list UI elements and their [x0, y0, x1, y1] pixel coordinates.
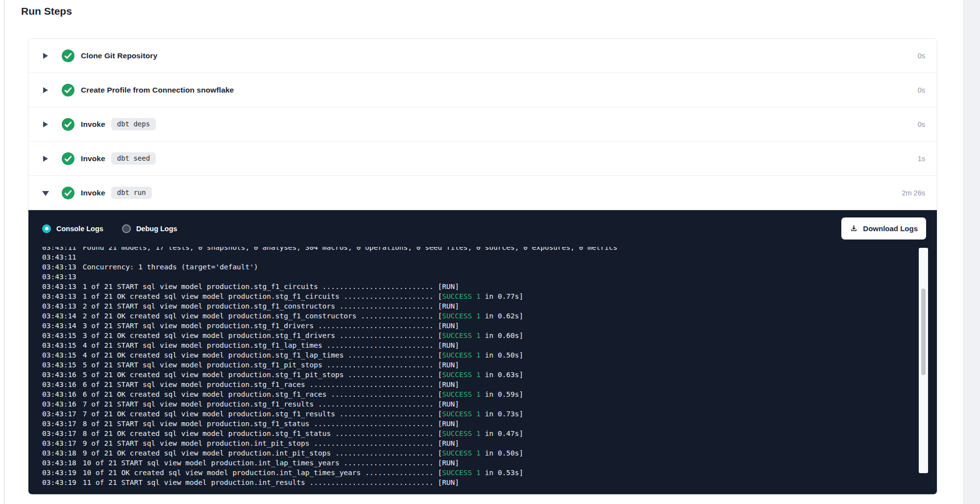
step-label: Clone Git Repository — [81, 51, 157, 60]
log-tab-label: Console Logs — [56, 225, 103, 233]
right-gutter — [963, 0, 980, 504]
log-timestamp: 03:43:15 — [42, 332, 76, 339]
log-timestamp: 03:43:11 — [42, 247, 76, 251]
log-tab-debug-logs[interactable]: Debug Logs — [122, 224, 177, 233]
success-check-icon — [62, 187, 74, 199]
log-timestamp: 03:43:14 — [42, 322, 76, 330]
log-type-radio-group: Console LogsDebug Logs — [42, 224, 177, 233]
log-line: 03:43:166 of 21 START sql view model pro… — [42, 380, 907, 389]
log-tab-label: Debug Logs — [136, 225, 177, 233]
radio-icon[interactable] — [122, 224, 131, 233]
log-scrollbar[interactable] — [919, 248, 928, 473]
log-line: 03:43:132 of 21 START sql view model pro… — [42, 301, 907, 311]
download-logs-button[interactable]: Download Logs — [841, 217, 926, 240]
log-line: 03:43:1911 of 21 START sql view model pr… — [42, 478, 907, 487]
log-timestamp: 03:43:16 — [42, 390, 76, 398]
step-label: Invoke — [81, 120, 105, 129]
log-line: 03:43:131 of 21 OK created sql view mode… — [42, 291, 907, 301]
log-line: 03:43:154 of 21 OK created sql view mode… — [42, 350, 907, 360]
step-row-clone-git-repository[interactable]: Clone Git Repository0s — [28, 39, 937, 73]
success-check-icon — [62, 49, 74, 62]
step-label: Create Profile from Connection snowflake — [81, 86, 234, 95]
log-timestamp: 03:43:11 — [42, 253, 76, 261]
log-timestamp: 03:43:13 — [42, 292, 76, 300]
log-line: 03:43:189 of 21 OK created sql view mode… — [42, 448, 907, 458]
log-line: 03:43:153 of 21 OK created sql view mode… — [42, 331, 907, 340]
step-list: Clone Git Repository0sCreate Profile fro… — [28, 39, 937, 210]
log-timestamp: 03:43:15 — [42, 351, 76, 359]
success-check-icon — [62, 118, 74, 131]
log-line: 03:43:154 of 21 START sql view model pro… — [42, 340, 907, 350]
download-icon — [850, 224, 858, 233]
log-timestamp: 03:43:15 — [42, 341, 76, 349]
step-duration: 0s — [918, 52, 925, 60]
log-line: 03:43:11 — [42, 252, 907, 262]
log-line: 03:43:166 of 21 OK created sql view mode… — [42, 389, 907, 399]
log-timestamp: 03:43:13 — [42, 302, 76, 310]
download-logs-label: Download Logs — [863, 224, 918, 233]
log-line: 03:43:179 of 21 START sql view model pro… — [42, 438, 907, 448]
log-timestamp: 03:43:19 — [42, 469, 76, 477]
log-timestamp: 03:43:18 — [42, 449, 76, 457]
log-timestamp: 03:43:13 — [42, 283, 76, 290]
log-timestamp: 03:43:17 — [42, 430, 76, 437]
log-timestamp: 03:43:16 — [42, 371, 76, 379]
log-scrollbar-thumb[interactable] — [921, 288, 926, 375]
log-panel: Console LogsDebug Logs Download Logs 03:… — [28, 210, 937, 494]
step-duration: 2m 26s — [902, 189, 925, 197]
log-line: 03:43:1910 of 21 OK created sql view mod… — [42, 468, 907, 478]
log-timestamp: 03:43:17 — [42, 410, 76, 418]
log-timestamp: 03:43:17 — [42, 420, 76, 428]
step-row-invoke-dbt-run[interactable]: Invokedbt run2m 26s — [28, 176, 937, 210]
log-timestamp: 03:43:15 — [42, 361, 76, 369]
command-pill: dbt run — [111, 187, 152, 199]
log-line: 03:43:167 of 21 START sql view model pro… — [42, 399, 907, 409]
command-pill: dbt deps — [111, 118, 156, 131]
log-line: 03:43:11Found 21 models, 17 tests, 0 sna… — [42, 247, 907, 252]
run-steps-card: Clone Git Repository0sCreate Profile fro… — [28, 38, 937, 495]
log-tab-console-logs[interactable]: Console Logs — [42, 224, 103, 233]
console-log-output[interactable]: 03:43:11Found 21 models, 17 tests, 0 sna… — [42, 247, 907, 494]
log-timestamp: 03:43:13 — [42, 273, 76, 281]
chevron-right-icon[interactable] — [43, 52, 49, 59]
log-line: 03:43:155 of 21 START sql view model pro… — [42, 360, 907, 370]
log-line: 03:43:1810 of 21 START sql view model pr… — [42, 458, 907, 468]
success-check-icon — [62, 84, 74, 96]
step-label: Invoke — [81, 189, 105, 197]
step-row-create-profile-from-connection-snowflake[interactable]: Create Profile from Connection snowflake… — [28, 73, 937, 107]
chevron-down-icon[interactable] — [43, 190, 49, 196]
log-line: 03:43:131 of 21 START sql view model pro… — [42, 282, 907, 291]
log-timestamp: 03:43:14 — [42, 312, 76, 320]
success-check-icon — [62, 152, 74, 165]
left-divider — [4, 0, 5, 504]
log-line: 03:43:142 of 21 OK created sql view mode… — [42, 311, 907, 321]
step-row-invoke-dbt-deps[interactable]: Invokedbt deps0s — [28, 107, 937, 142]
chevron-right-icon[interactable] — [43, 121, 49, 128]
log-line: 03:43:13 — [42, 272, 907, 282]
chevron-right-icon[interactable] — [43, 87, 49, 94]
step-duration: 1s — [918, 155, 925, 163]
log-timestamp: 03:43:17 — [42, 439, 76, 447]
log-panel-header: Console LogsDebug Logs Download Logs — [28, 210, 937, 240]
step-duration: 0s — [918, 120, 925, 128]
radio-selected-icon[interactable] — [42, 224, 51, 233]
chevron-right-icon[interactable] — [43, 155, 49, 162]
log-timestamp: 03:43:16 — [42, 381, 76, 388]
log-line: 03:43:178 of 21 OK created sql view mode… — [42, 429, 907, 438]
log-line: 03:43:143 of 21 START sql view model pro… — [42, 321, 907, 331]
step-duration: 0s — [918, 86, 925, 94]
log-timestamp: 03:43:18 — [42, 459, 76, 467]
log-line: 03:43:13Concurrency: 1 threads (target='… — [42, 262, 907, 272]
log-line: 03:43:178 of 21 START sql view model pro… — [42, 419, 907, 429]
log-timestamp: 03:43:16 — [42, 400, 76, 408]
step-row-invoke-dbt-seed[interactable]: Invokedbt seed1s — [28, 142, 937, 176]
log-line: 03:43:165 of 21 OK created sql view mode… — [42, 370, 907, 380]
page-title: Run Steps — [21, 5, 72, 17]
log-timestamp: 03:43:19 — [42, 479, 76, 486]
log-timestamp: 03:43:13 — [42, 263, 76, 271]
command-pill: dbt seed — [111, 152, 156, 165]
page: Run Steps Clone Git Repository0sCreate P… — [0, 0, 980, 504]
step-label: Invoke — [81, 154, 105, 163]
log-line: 03:43:177 of 21 OK created sql view mode… — [42, 409, 907, 419]
log-content: 03:43:11Found 21 models, 17 tests, 0 sna… — [42, 247, 907, 487]
